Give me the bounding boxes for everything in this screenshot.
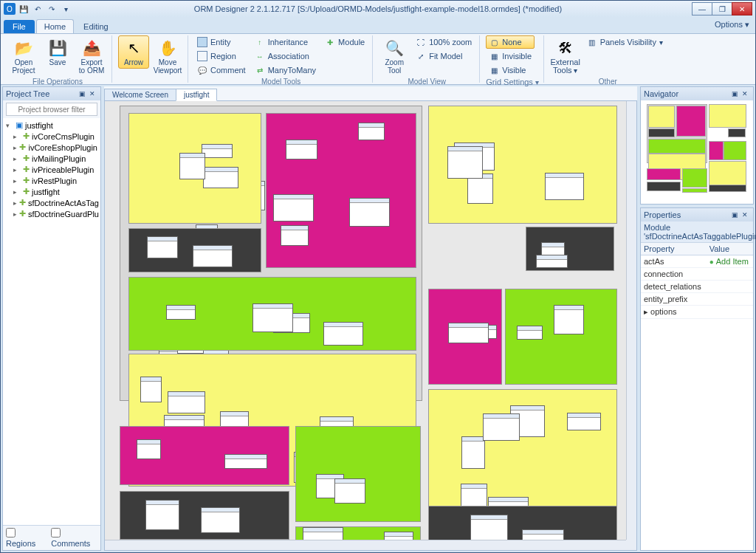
- tree-item[interactable]: ▸✚ivCoreCmsPlugin: [4, 131, 99, 142]
- property-row[interactable]: connection: [641, 268, 753, 281]
- model-tab[interactable]: justfight: [176, 89, 217, 101]
- external-tools-button[interactable]: 🛠External Tools ▾: [550, 35, 581, 77]
- diagram-region[interactable]: [120, 491, 289, 540]
- model-canvas[interactable]: [105, 101, 636, 550]
- save-icon[interactable]: 💾: [18, 3, 30, 15]
- entity-box[interactable]: [147, 236, 179, 258]
- diagram-region[interactable]: [128, 113, 261, 224]
- entity-box[interactable]: [545, 173, 584, 200]
- entity-box[interactable]: [483, 413, 520, 441]
- entity-box[interactable]: [252, 303, 292, 332]
- entity-box[interactable]: [193, 245, 233, 267]
- association-button[interactable]: ↔Association: [252, 49, 319, 63]
- entity-box[interactable]: [203, 167, 238, 188]
- export-button[interactable]: 📤Export to ORM: [76, 35, 107, 77]
- open-project-button[interactable]: 📂Open Project: [8, 35, 39, 77]
- entity-box[interactable]: [567, 413, 601, 430]
- diagram-region[interactable]: [120, 426, 289, 485]
- module-button[interactable]: ✚Module: [322, 35, 368, 49]
- entity-box[interactable]: [517, 326, 543, 340]
- entity-box[interactable]: [286, 140, 317, 159]
- property-row[interactable]: actAsAdd Item: [641, 255, 753, 268]
- fit-model-button[interactable]: ⤢Fit Model: [413, 49, 475, 63]
- diagram-region[interactable]: [266, 113, 416, 268]
- entity-box[interactable]: [334, 478, 365, 504]
- entity-box[interactable]: [447, 146, 483, 178]
- diagram-region[interactable]: [128, 277, 416, 351]
- minimize-button[interactable]: —: [692, 2, 712, 16]
- regions-checkbox[interactable]: Regions: [6, 528, 44, 548]
- inheritance-button[interactable]: ↑Inheritance: [252, 35, 319, 49]
- scrollbar-horizontal[interactable]: [105, 540, 626, 550]
- zoom-tool-button[interactable]: 🔍Zoom Tool: [379, 35, 410, 77]
- editing-tab[interactable]: Editing: [75, 19, 117, 33]
- tree-item[interactable]: ▸✚ivRestPlugin: [4, 175, 99, 186]
- entity-box[interactable]: [166, 305, 196, 320]
- panel-float-icon[interactable]: ▣: [729, 89, 740, 99]
- grid-none-button[interactable]: ▢None: [486, 35, 535, 49]
- panel-close-icon[interactable]: ✕: [740, 210, 750, 220]
- zoom-100-button[interactable]: ⛶100% zoom: [413, 35, 475, 49]
- redo-icon[interactable]: ↷: [46, 3, 58, 15]
- region-button[interactable]: Region: [194, 49, 249, 63]
- close-button[interactable]: ✕: [732, 2, 752, 16]
- save-button[interactable]: 💾Save: [42, 35, 73, 69]
- qat-dropdown-icon[interactable]: ▾: [60, 3, 72, 15]
- entity-box[interactable]: [554, 305, 585, 334]
- tree-item[interactable]: ▸✚sfDoctrineGuardPlugin: [4, 208, 99, 219]
- tree-item[interactable]: ▸✚justfight: [4, 186, 99, 197]
- scrollbar-vertical[interactable]: [626, 101, 636, 540]
- entity-box[interactable]: [202, 144, 232, 158]
- home-tab[interactable]: Home: [36, 19, 74, 33]
- maximize-button[interactable]: ❐: [712, 2, 732, 16]
- entity-box[interactable]: [179, 153, 205, 179]
- entity-box[interactable]: [349, 198, 391, 227]
- entity-box[interactable]: [461, 436, 485, 469]
- property-row[interactable]: detect_relations: [641, 281, 753, 293]
- panel-close-icon[interactable]: ✕: [87, 89, 97, 99]
- panel-float-icon[interactable]: ▣: [729, 210, 740, 220]
- property-row[interactable]: ▸ options: [641, 306, 753, 319]
- entity-box[interactable]: [470, 515, 508, 543]
- options-link[interactable]: Options ▾: [715, 20, 749, 30]
- entity-box[interactable]: [140, 377, 162, 402]
- comments-checkbox[interactable]: Comments: [51, 528, 97, 548]
- entity-box[interactable]: [281, 225, 309, 246]
- entity-box[interactable]: [323, 322, 363, 346]
- grid-invisible-button[interactable]: ▦Invisible: [486, 49, 535, 63]
- diagram-region[interactable]: [526, 227, 614, 271]
- entity-box[interactable]: [201, 507, 240, 532]
- tree-item[interactable]: ▸✚sfDoctrineActAsTagg...: [4, 197, 99, 208]
- entity-box[interactable]: [536, 255, 568, 268]
- diagram-region[interactable]: [428, 289, 502, 385]
- grid-visible-button[interactable]: ▦Visible: [486, 63, 535, 77]
- tree-item[interactable]: ▸✚ivCoreEshopPlugin: [4, 142, 99, 153]
- property-row[interactable]: entity_prefix: [641, 293, 753, 306]
- entity-box[interactable]: [448, 323, 489, 343]
- entity-box[interactable]: [137, 439, 161, 459]
- navigator-minimap[interactable]: [641, 100, 753, 204]
- entity-button[interactable]: Entity: [194, 35, 249, 49]
- entity-box[interactable]: [273, 194, 315, 221]
- arrow-tool-button[interactable]: ↖Arrow: [118, 35, 149, 69]
- manytomany-button[interactable]: ⇄ManyToMany: [252, 63, 319, 77]
- diagram-region[interactable]: [428, 106, 617, 224]
- file-tab[interactable]: File: [4, 20, 35, 33]
- entity-box[interactable]: [145, 500, 179, 529]
- entity-box[interactable]: [168, 391, 205, 414]
- entity-box[interactable]: [224, 454, 267, 470]
- move-viewport-button[interactable]: ✋Move Viewport: [152, 35, 183, 77]
- tree-root[interactable]: ▾▣justfight: [4, 120, 99, 131]
- comment-button[interactable]: 💬Comment: [194, 63, 249, 77]
- diagram-region[interactable]: [295, 426, 421, 522]
- undo-icon[interactable]: ↶: [32, 3, 44, 15]
- entity-box[interactable]: [358, 123, 385, 140]
- diagram-region[interactable]: [505, 289, 617, 385]
- tree-item[interactable]: ▸✚ivMailingPlugin: [4, 153, 99, 164]
- welcome-tab[interactable]: Welcome Screen: [104, 89, 176, 100]
- diagram-region[interactable]: [128, 228, 261, 272]
- project-filter-input[interactable]: [6, 103, 97, 116]
- panel-float-icon[interactable]: ▣: [77, 89, 87, 99]
- panels-visibility-button[interactable]: ▥Panels Visibility ▾: [584, 35, 666, 49]
- panel-close-icon[interactable]: ✕: [740, 89, 750, 99]
